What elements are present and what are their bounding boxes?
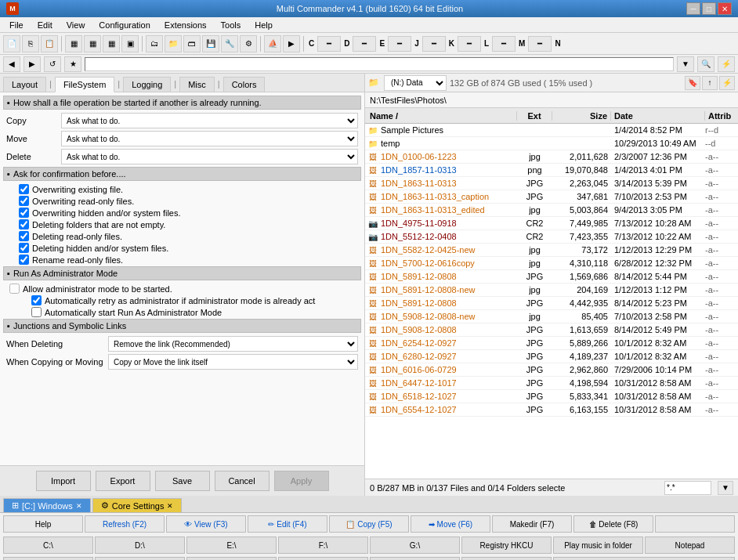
file-row[interactable]: 🖼 1DN_1863-11-0313 JPG 2,263,045 3/14/20… bbox=[365, 177, 738, 190]
path-btn-registry[interactable]: Registry HKCU bbox=[461, 537, 552, 554]
toolbar-btn4[interactable]: ▣ bbox=[121, 35, 139, 52]
btn-toggle-selections[interactable]: Toggle Selections bbox=[370, 557, 460, 560]
file-row[interactable]: 🖼 1DN_5582-12-0425-new jpg 73,172 1/12/2… bbox=[365, 244, 738, 257]
cb-rename-readonly-input[interactable] bbox=[19, 255, 29, 265]
file-list[interactable]: 📁 Sample Pictures 1/4/2014 8:52 PM r--d … bbox=[365, 124, 738, 479]
confirm-section-header[interactable]: ▪ Ask for confirmation before.... bbox=[3, 167, 361, 181]
location-refresh[interactable]: ⚡ bbox=[719, 76, 735, 90]
nav-extra1[interactable]: 🔍 bbox=[697, 56, 714, 72]
cb-delete-hidden-input[interactable] bbox=[19, 243, 29, 253]
cancel-button[interactable]: Cancel bbox=[215, 471, 270, 491]
file-row[interactable]: 🖼 1DN_6554-12-1027 JPG 6,163,155 10/31/2… bbox=[365, 403, 738, 417]
bottom-tab-windows[interactable]: ⊞ [C:] Windows ✕ bbox=[3, 498, 91, 512]
btn-hide-dlls[interactable]: Hide DLLs bbox=[278, 557, 368, 560]
toolbar-btn5[interactable]: 🗂 bbox=[146, 35, 163, 52]
file-row[interactable]: 🖼 1DN_5908-12-0808 JPG 1,613,659 8/14/20… bbox=[365, 323, 738, 337]
refresh-button[interactable]: ↺ bbox=[44, 56, 61, 72]
tab-layout[interactable]: Layout bbox=[3, 77, 46, 92]
drive-k[interactable]: ━ bbox=[458, 36, 481, 52]
file-row[interactable]: 📁 Sample Pictures 1/4/2014 8:52 PM r--d bbox=[365, 124, 738, 137]
file-row[interactable]: 🖼 1DN_6254-12-0927 JPG 5,889,266 10/1/20… bbox=[365, 337, 738, 350]
drive-m[interactable]: ━ bbox=[528, 36, 552, 52]
file-row[interactable]: 🖼 1DN_5891-12-0808 JPG 4,442,935 8/14/20… bbox=[365, 297, 738, 310]
bookmark-button[interactable]: ★ bbox=[64, 56, 81, 72]
file-row[interactable]: 🖼 1DN_1863-11-0313_caption JPG 347,681 7… bbox=[365, 190, 738, 204]
fkey-view[interactable]: 👁 View (F3) bbox=[166, 515, 246, 533]
windows-tab-close[interactable]: ✕ bbox=[76, 502, 82, 510]
col-header-ext[interactable]: Ext bbox=[517, 111, 552, 121]
menu-tools[interactable]: Tools bbox=[215, 19, 248, 31]
core-tab-close[interactable]: ✕ bbox=[167, 502, 173, 510]
file-row[interactable]: 🖼 1DN_5700-12-0616copy jpg 4,310,118 6/2… bbox=[365, 257, 738, 270]
fkey-edit[interactable]: ✏ Edit (F4) bbox=[248, 515, 327, 533]
cb-overwrite-existing-input[interactable] bbox=[19, 184, 29, 194]
cb-allow-admin-input[interactable] bbox=[9, 284, 20, 294]
btn-computer-manage[interactable]: Computer Manage... bbox=[553, 557, 735, 560]
btn-show-all[interactable]: Show All bbox=[3, 557, 93, 560]
file-row[interactable]: 📷 1DN_5512-12-0408 CR2 7,423,355 7/13/20… bbox=[365, 230, 738, 244]
drive-e[interactable]: ━ bbox=[388, 36, 411, 52]
toolbar-btn8[interactable]: 💾 bbox=[202, 35, 219, 52]
maximize-button[interactable]: □ bbox=[702, 2, 716, 15]
go-button[interactable]: ▼ bbox=[677, 56, 694, 72]
toolbar-paste[interactable]: 📋 bbox=[41, 35, 58, 52]
drive-d[interactable]: ━ bbox=[353, 36, 376, 52]
menu-configuration[interactable]: Configuration bbox=[92, 19, 156, 31]
back-button[interactable]: ◀ bbox=[3, 56, 20, 72]
menu-file[interactable]: File bbox=[3, 19, 30, 31]
path-btn-e[interactable]: E:\ bbox=[186, 537, 277, 554]
filter-button[interactable]: ▼ bbox=[718, 481, 733, 495]
col-header-name[interactable]: Name / bbox=[367, 111, 517, 121]
delete-select[interactable]: Ask what to do. bbox=[61, 149, 358, 164]
toolbar-btn2[interactable]: ▦ bbox=[84, 35, 101, 52]
junctions-section-header[interactable]: ▪ Junctions and Symbolic Links bbox=[3, 319, 361, 333]
cb-overwrite-hidden-input[interactable] bbox=[19, 208, 29, 218]
fkey-delete[interactable]: 🗑 Delete (F8) bbox=[573, 515, 653, 533]
copy-select[interactable]: Ask what to do. bbox=[61, 113, 358, 128]
tab-colors[interactable]: Colors bbox=[223, 77, 266, 92]
file-row[interactable]: 🖼 1DN_1857-11-0313 png 19,070,848 1/4/20… bbox=[365, 164, 738, 177]
drive-selector[interactable]: (N:) Data bbox=[384, 75, 447, 91]
file-row[interactable]: 📁 temp 10/29/2013 10:49 AM --d bbox=[365, 137, 738, 150]
file-op-section-header[interactable]: ▪ How shall a file operation be started … bbox=[3, 96, 361, 110]
file-row[interactable]: 🖼 1DN_5891-12-0808 JPG 1,569,686 8/14/20… bbox=[365, 270, 738, 284]
tab-misc[interactable]: Misc bbox=[179, 77, 215, 92]
toolbar-copy-btn[interactable]: ⎘ bbox=[22, 35, 39, 52]
btn-hide-folders[interactable]: Hide Folders bbox=[95, 557, 185, 560]
path-btn-music[interactable]: Play music in folder bbox=[553, 537, 643, 554]
apply-button[interactable]: Apply bbox=[274, 471, 329, 491]
menu-extensions[interactable]: Extensions bbox=[158, 19, 213, 31]
location-bookmark[interactable]: 🔖 bbox=[685, 76, 700, 90]
file-row[interactable]: 🖼 1DN_6280-12-0927 JPG 4,189,237 10/1/20… bbox=[365, 350, 738, 363]
cb-auto-start-input[interactable] bbox=[31, 307, 42, 317]
btn-hide-executables[interactable]: Hide Executables bbox=[186, 557, 277, 560]
file-row[interactable]: 🖼 1DN_0100-06-1223 jpg 2,011,628 2/3/200… bbox=[365, 150, 738, 164]
fkey-makedir[interactable]: Makedir (F7) bbox=[492, 515, 572, 533]
toolbar-btn12[interactable]: ▶ bbox=[283, 35, 300, 52]
cb-delete-readonly-input[interactable] bbox=[19, 231, 29, 241]
minimize-button[interactable]: ─ bbox=[686, 2, 700, 15]
bottom-tab-core[interactable]: ⚙ Core Settings ✕ bbox=[92, 498, 183, 512]
path-input[interactable] bbox=[85, 57, 674, 71]
when-deleting-select[interactable]: Remove the link (Recommended) bbox=[108, 336, 358, 352]
col-header-size[interactable]: Size bbox=[552, 111, 611, 121]
save-button[interactable]: Save bbox=[155, 471, 210, 491]
filter-input[interactable] bbox=[664, 481, 711, 495]
file-row[interactable]: 🖼 1DN_6016-06-0729 JPG 2,962,860 7/29/20… bbox=[365, 363, 738, 377]
drive-j[interactable]: ━ bbox=[422, 36, 446, 52]
path-btn-notepad[interactable]: Notepad bbox=[645, 537, 735, 554]
move-select[interactable]: Ask what to do. bbox=[61, 131, 358, 146]
path-btn-g[interactable]: G:\ bbox=[370, 537, 460, 554]
toolbar-btn3[interactable]: ▦ bbox=[103, 35, 120, 52]
toolbar-btn6[interactable]: 📁 bbox=[165, 35, 182, 52]
path-btn-d[interactable]: D:\ bbox=[95, 537, 185, 554]
file-row[interactable]: 🖼 1DN_1863-11-0313_edited jpg 5,003,864 … bbox=[365, 204, 738, 217]
fkey-refresh[interactable]: Refresh (F2) bbox=[85, 515, 165, 533]
cb-delete-nonempty-input[interactable] bbox=[19, 219, 29, 229]
admin-section-header[interactable]: ▪ Run As Administrator Mode bbox=[3, 266, 361, 280]
file-row[interactable]: 📷 1DN_4975-11-0918 CR2 7,449,985 7/13/20… bbox=[365, 217, 738, 230]
drive-c[interactable]: ━ bbox=[317, 36, 341, 52]
when-copying-select[interactable]: Copy or Move the link itself bbox=[108, 354, 358, 370]
fkey-copy[interactable]: 📋 Copy (F5) bbox=[329, 515, 409, 533]
toolbar-btn1[interactable]: ▦ bbox=[65, 35, 82, 52]
